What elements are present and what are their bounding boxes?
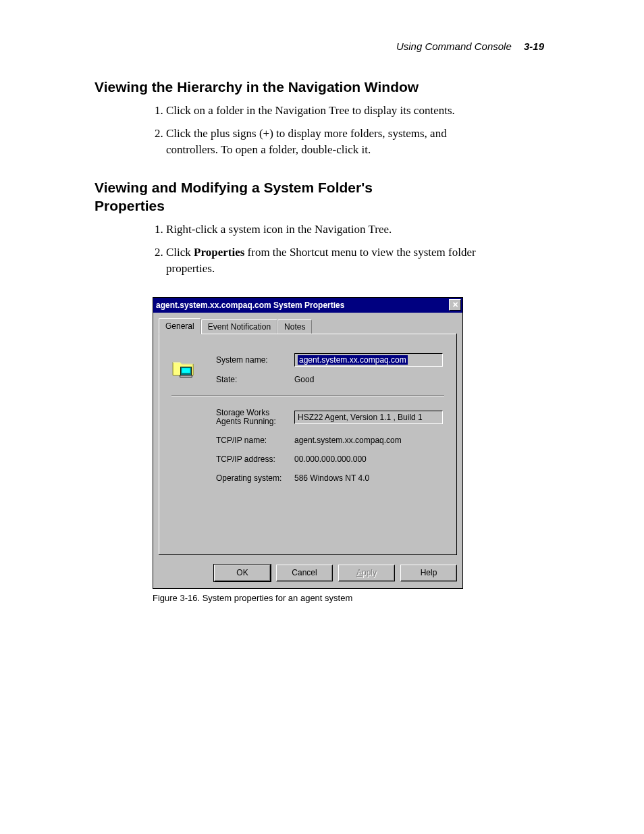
input-system-name[interactable]: agent.system.xx.compaq.com	[294, 353, 443, 367]
step2-bold: Properties	[194, 246, 244, 259]
step-2: Click the plus signs (+) to display more…	[166, 126, 490, 158]
input-agents-running[interactable]: HSZ22 Agent, Version 1.1 , Build 1	[294, 411, 443, 424]
apply-rest: pply	[362, 568, 377, 577]
system-folder-icon	[171, 359, 212, 379]
value-operating-system: 586 Windows NT 4.0	[294, 473, 444, 483]
tab-general[interactable]: General	[159, 318, 201, 334]
apply-button: Apply	[338, 565, 395, 581]
label-tcpip-address: TCP/IP address:	[216, 454, 290, 464]
step-2: Click Properties from the Shortcut menu …	[166, 244, 490, 277]
header-page-number: 3-19	[524, 41, 544, 52]
dialog-button-row: OK Cancel Apply Help	[153, 561, 462, 588]
label-agents-line2: Agents Running:	[216, 417, 276, 426]
svg-rect-1	[182, 368, 190, 373]
figure-caption: Figure 3-16. System properties for an ag…	[153, 593, 570, 603]
tab-row: General Event Notification Notes	[153, 313, 462, 334]
help-button[interactable]: Help	[400, 565, 457, 581]
svg-rect-2	[180, 375, 192, 377]
step2-pre: Click	[166, 246, 194, 259]
figure-system-properties-dialog: agent.system.xx.compaq.com System Proper…	[153, 297, 570, 589]
steps-system-folder-properties: Right-click a system icon in the Navigat…	[153, 221, 570, 276]
label-system-name: System name:	[216, 355, 290, 365]
steps-navigation-hierarchy: Click on a folder in the Navigation Tree…	[153, 103, 570, 157]
label-state: State:	[216, 375, 290, 384]
value-tcpip-address: 00.000.000.000.000	[294, 454, 444, 464]
ok-button[interactable]: OK	[214, 565, 271, 581]
dialog-window: agent.system.xx.compaq.com System Proper…	[153, 297, 463, 589]
value-state: Good	[294, 375, 444, 384]
separator	[171, 395, 444, 396]
heading-navigation-hierarchy: Viewing the Hierarchy in the Navigation …	[95, 78, 570, 96]
close-button[interactable]: ✕	[449, 299, 461, 311]
cancel-button[interactable]: Cancel	[276, 565, 333, 581]
window-title: agent.system.xx.compaq.com System Proper…	[156, 301, 449, 310]
apply-accesskey: A	[356, 568, 362, 577]
label-agents-running: Storage Works Agents Running:	[216, 409, 290, 426]
label-agents-line1: Storage Works	[216, 408, 269, 417]
close-icon: ✕	[452, 301, 458, 309]
value-system-name: agent.system.xx.compaq.com	[298, 355, 408, 365]
tab-event-notification[interactable]: Event Notification	[201, 319, 277, 334]
folder-computer-icon	[171, 359, 196, 379]
tab-panel-general: System name: agent.system.xx.compaq.com …	[159, 334, 457, 555]
step-1: Right-click a system icon in the Navigat…	[166, 221, 490, 238]
label-tcpip-name: TCP/IP name:	[216, 436, 290, 445]
value-tcpip-name: agent.system.xx.compaq.com	[294, 436, 444, 445]
running-header: Using Command Console 3-19	[396, 41, 544, 52]
header-section-title: Using Command Console	[396, 41, 512, 52]
titlebar: agent.system.xx.compaq.com System Proper…	[153, 298, 462, 313]
tab-notes[interactable]: Notes	[277, 319, 312, 334]
label-operating-system: Operating system:	[216, 473, 290, 483]
heading-system-folder-properties: Viewing and Modifying a System Folder's …	[95, 178, 378, 215]
step-1: Click on a folder in the Navigation Tree…	[166, 103, 490, 119]
